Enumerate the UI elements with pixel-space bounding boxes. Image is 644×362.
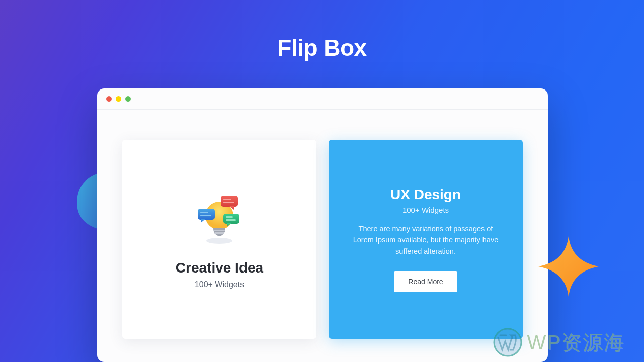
svg-rect-11 bbox=[226, 216, 233, 218]
page-title: Flip Box bbox=[0, 0, 644, 61]
cards-row: Creative Idea 100+ Widgets UX Design 100… bbox=[97, 110, 548, 339]
flip-box-front[interactable]: Creative Idea 100+ Widgets bbox=[122, 140, 316, 339]
card-description: There are many variations of passages of… bbox=[343, 223, 509, 257]
watermark: WP资源海 bbox=[493, 328, 625, 357]
svg-point-0 bbox=[206, 238, 232, 244]
svg-rect-8 bbox=[223, 199, 231, 200]
browser-window: Creative Idea 100+ Widgets UX Design 100… bbox=[97, 88, 548, 362]
svg-rect-10 bbox=[223, 214, 239, 224]
window-close-dot bbox=[106, 96, 112, 102]
svg-point-14 bbox=[494, 329, 521, 356]
svg-rect-4 bbox=[198, 209, 215, 220]
wordpress-logo-icon bbox=[493, 328, 522, 357]
svg-rect-6 bbox=[200, 215, 211, 216]
svg-rect-7 bbox=[221, 196, 238, 207]
card-title: Creative Idea bbox=[176, 260, 263, 276]
lightbulb-chat-icon bbox=[192, 190, 247, 247]
read-more-button[interactable]: Read More bbox=[394, 271, 457, 292]
card-subtitle: 100+ Widgets bbox=[195, 280, 244, 289]
card-title: UX Design bbox=[390, 187, 461, 203]
svg-rect-12 bbox=[226, 219, 236, 221]
sparkle-decoration-icon bbox=[538, 236, 599, 297]
svg-rect-9 bbox=[223, 202, 234, 203]
window-minimize-dot bbox=[116, 96, 121, 102]
browser-header bbox=[97, 88, 548, 110]
svg-rect-5 bbox=[200, 212, 208, 213]
watermark-text: WP资源海 bbox=[527, 329, 625, 356]
window-maximize-dot bbox=[125, 96, 131, 102]
card-subtitle: 100+ Widgets bbox=[403, 206, 449, 214]
flip-box-back[interactable]: UX Design 100+ Widgets There are many va… bbox=[329, 140, 523, 339]
svg-rect-2 bbox=[214, 230, 225, 231]
svg-rect-3 bbox=[214, 232, 224, 234]
